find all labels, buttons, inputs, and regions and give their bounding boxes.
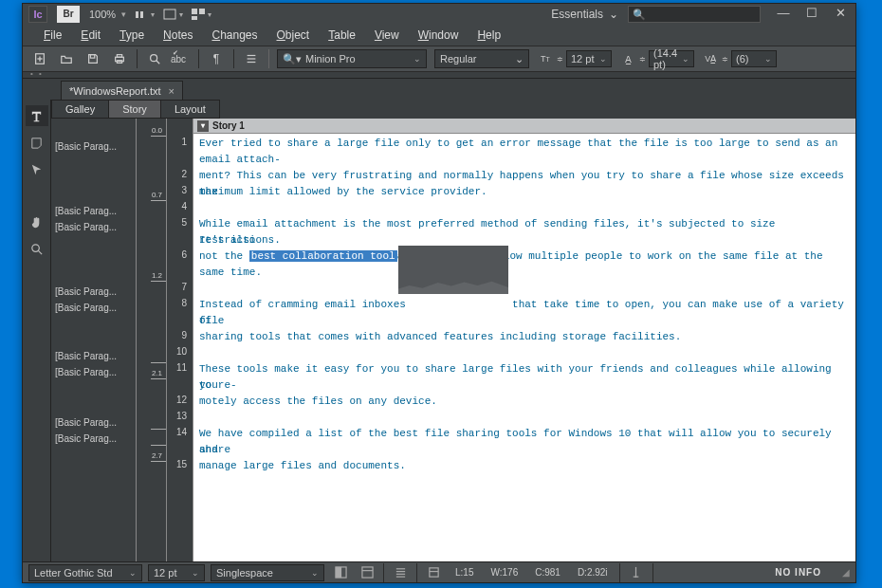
view-options-icon[interactable]: ▾ [134, 6, 155, 23]
paragraph-style-label[interactable]: [Basic Parag... [55, 351, 117, 361]
search-input[interactable]: 🔍 [628, 6, 761, 23]
text-line[interactable] [199, 410, 850, 426]
note-tool[interactable] [26, 132, 48, 153]
font-size-control[interactable]: TT ≑ 12 pt⌄ [537, 50, 612, 67]
text-line[interactable]: maximum limit allowed by the service pro… [199, 184, 850, 200]
menu-table[interactable]: Table [319, 26, 365, 45]
text-line[interactable]: same time. [199, 265, 850, 281]
print-icon[interactable] [110, 49, 129, 68]
justify-icon[interactable] [390, 564, 411, 581]
text-line[interactable]: manage large files and documents. [199, 458, 850, 474]
maximize-button[interactable]: ☐ [802, 7, 821, 22]
story-header[interactable]: ▾ Story 1 [193, 119, 855, 134]
stepper-icon[interactable]: ≑ [557, 55, 563, 64]
menu-changes[interactable]: Changes [202, 26, 266, 45]
title-bar: Ic Br 100% ▾ ▾ ▾ ▾ Essentials ⌄ 🔍 — ☐ ✕ [23, 4, 855, 25]
resize-grip-icon[interactable]: ◢ [842, 567, 850, 578]
text-line[interactable]: sharing tools that comes with advanced f… [199, 329, 850, 345]
story-text[interactable]: Ever tried to share a large file only to… [193, 134, 855, 476]
stepper-icon[interactable]: ≑ [639, 55, 646, 64]
paragraph-style-label[interactable]: [Basic Parag... [55, 433, 117, 444]
open-icon[interactable] [57, 49, 76, 68]
stepper-icon[interactable]: ≑ [722, 55, 728, 64]
status-spacing-select[interactable]: Singlespace⌄ [211, 564, 324, 581]
line-number: 6 [167, 247, 193, 263]
paragraph-style-label[interactable]: [Basic Parag... [55, 206, 117, 216]
lines-icon[interactable] [242, 49, 261, 68]
view-toggle-a-icon[interactable] [330, 564, 351, 581]
text-line[interactable]: not the best collaboration toolas it doe… [199, 248, 850, 265]
bridge-badge[interactable]: Br [57, 6, 80, 23]
menu-notes[interactable]: Notes [154, 26, 202, 45]
menu-type[interactable]: Type [110, 26, 154, 45]
text-line[interactable] [199, 345, 850, 361]
pilcrow-icon[interactable]: ¶ [207, 49, 226, 68]
menu-window[interactable]: Window [409, 26, 469, 45]
status-font-select[interactable]: Letter Gothic Std⌄ [28, 564, 142, 581]
type-tool[interactable] [26, 105, 48, 126]
text-line[interactable] [199, 281, 850, 297]
new-doc-icon[interactable] [30, 49, 49, 68]
line-number: 12 [167, 392, 193, 408]
text-line[interactable]: These tools make it easy for you to shar… [199, 361, 850, 377]
text-line[interactable]: We have compiled a list of the best file… [199, 426, 850, 442]
paragraph-style-label[interactable]: [Basic Parag... [55, 303, 117, 313]
info-stats-icon[interactable] [423, 564, 444, 581]
copyfit-icon[interactable] [626, 564, 647, 581]
font-style-select[interactable]: Regular ⌄ [434, 49, 529, 68]
tab-galley[interactable]: Galley [51, 100, 109, 119]
minimize-button[interactable]: — [774, 7, 793, 22]
paragraph-style-label[interactable]: [Basic Parag... [55, 417, 117, 428]
panel-grip[interactable] [23, 72, 855, 79]
menu-view[interactable]: View [365, 26, 409, 45]
leading-control[interactable]: A̲ ≑ (14.4 pt)⌄ [619, 50, 694, 67]
status-size-select[interactable]: 12 pt⌄ [148, 564, 205, 581]
svg-line-19 [38, 250, 42, 254]
svg-rect-5 [192, 16, 197, 20]
workspace-select[interactable]: Essentials ⌄ [551, 8, 618, 21]
spellcheck-icon[interactable]: abc✔ [172, 49, 191, 68]
close-button[interactable]: ✕ [831, 7, 850, 22]
text-line[interactable]: While email attachment is the most prefe… [199, 216, 850, 232]
editor-area: Galley Story Layout [Basic Parag...[Basi… [23, 100, 855, 579]
close-icon[interactable]: × [169, 85, 175, 97]
text-line[interactable]: It's also [199, 232, 850, 248]
save-icon[interactable] [83, 49, 102, 68]
text-line[interactable]: Ever tried to share a large file only to… [199, 136, 850, 152]
kerning-control[interactable]: VA̲ ≑ (6)⌄ [702, 50, 777, 67]
arrange-docs-icon[interactable]: ▾ [191, 6, 211, 23]
text-line[interactable]: motely access the files on any device. [199, 394, 850, 410]
paragraph-style-label[interactable]: [Basic Parag... [55, 141, 117, 152]
tab-story[interactable]: Story [108, 100, 161, 119]
menu-file[interactable]: File [34, 26, 71, 45]
paragraph-style-label[interactable]: [Basic Parag... [55, 286, 117, 297]
chevron-down-icon: ⌄ [311, 568, 319, 578]
document-tab[interactable]: *WindowsReport.txt × [61, 81, 183, 100]
status-info: NO INFO [765, 567, 831, 578]
menu-help[interactable]: Help [468, 26, 510, 45]
find-icon[interactable] [145, 49, 164, 68]
text-line[interactable]: Instead of cramming email inboxes that t… [199, 297, 850, 313]
screen-mode-icon[interactable]: ▾ [162, 6, 183, 23]
paragraph-style-label[interactable]: [Basic Parag... [55, 367, 117, 377]
hyperlink-highlight[interactable]: best collaboration tool [249, 250, 397, 262]
menu-edit[interactable]: Edit [71, 26, 110, 45]
text-line[interactable]: file [199, 313, 850, 329]
view-toggle-b-icon[interactable] [357, 564, 377, 581]
position-tool[interactable] [26, 158, 48, 179]
text-line[interactable]: email attach- [199, 152, 850, 168]
zoom-select[interactable]: 100% ▾ [89, 9, 126, 20]
zoom-tool[interactable] [26, 238, 48, 259]
text-line[interactable]: ment? This can be very frustrating and n… [199, 168, 850, 184]
paragraph-style-label[interactable]: [Basic Parag... [55, 222, 117, 232]
eyedropper-tool[interactable] [26, 185, 48, 206]
text-line[interactable]: to re- [199, 377, 850, 394]
hand-tool[interactable] [26, 211, 48, 232]
font-family-select[interactable]: 🔍▾ Minion Pro ⌄ [277, 49, 427, 68]
text-line[interactable]: and [199, 442, 850, 458]
menu-object[interactable]: Object [267, 26, 320, 45]
tab-layout[interactable]: Layout [160, 100, 220, 119]
text-line[interactable] [199, 200, 850, 216]
disclosure-triangle-icon[interactable]: ▾ [197, 120, 209, 132]
story-text-column[interactable]: ▾ Story 1 Ever tried to share a large fi… [193, 119, 855, 579]
